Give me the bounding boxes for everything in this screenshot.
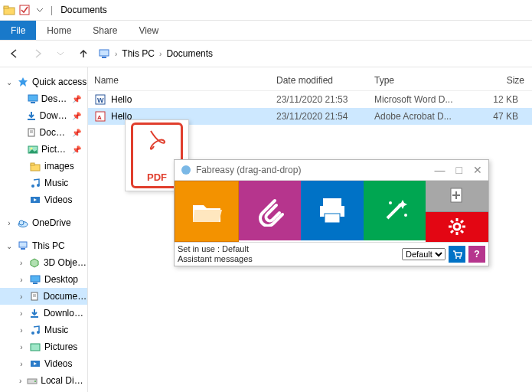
collapse-icon[interactable]: ⌄ (5, 242, 14, 250)
cube-icon (29, 256, 41, 269)
quick-access-dropdown-icon[interactable] (34, 4, 46, 16)
sidebar-qa-images[interactable]: images (0, 158, 87, 175)
sidebar-qa-desktop[interactable]: Desktop📌 (0, 90, 87, 107)
expand-icon[interactable]: › (17, 326, 26, 335)
pc-icon (98, 47, 110, 60)
sidebar-qa-videos[interactable]: Videos (0, 191, 87, 208)
tile-open-folder[interactable] (175, 181, 239, 242)
sidebar-pc-3d[interactable]: ›3D Objects (0, 254, 87, 271)
svg-point-31 (31, 332, 34, 335)
help-button[interactable]: ? (468, 246, 485, 263)
svg-point-21 (19, 220, 24, 225)
svg-line-62 (451, 230, 453, 233)
forward-button[interactable] (29, 45, 46, 62)
up-button[interactable] (75, 45, 92, 62)
sidebar-pc-desktop[interactable]: ›Desktop (0, 271, 87, 288)
recent-dropdown[interactable] (52, 45, 69, 62)
music-icon (29, 177, 41, 189)
col-type[interactable]: Type (368, 75, 472, 86)
desktop-icon (28, 93, 38, 105)
preset-select[interactable]: Default (402, 248, 446, 260)
sidebar-onedrive[interactable]: ›OneDrive (0, 214, 87, 231)
sidebar-pc-videos[interactable]: ›Videos (0, 355, 87, 372)
breadcrumb-root[interactable]: This PC (122, 48, 155, 59)
sidebar-pc-localdisk[interactable]: ›Local Disk (C:) (0, 372, 87, 389)
nav-row: › This PC › Documents (0, 41, 532, 67)
cart-button[interactable] (449, 246, 465, 263)
tab-home[interactable]: Home (36, 21, 82, 40)
folder-icon (3, 4, 15, 16)
tile-add-page[interactable] (426, 181, 488, 212)
drive-icon (27, 374, 38, 387)
fabreasy-app-icon (181, 165, 191, 175)
expand-icon[interactable]: › (5, 219, 14, 227)
sidebar-qa-downloads[interactable]: Downloads📌 (0, 107, 87, 124)
sidebar-quick-access[interactable]: ⌄ Quick access (0, 74, 87, 90)
documents-icon (28, 290, 40, 302)
col-name[interactable]: Name (88, 75, 270, 86)
fabreasy-title: Fabreasy (drag-and-drop) (196, 165, 301, 175)
expand-icon[interactable]: › (17, 309, 26, 318)
expand-icon[interactable]: › (17, 276, 26, 284)
tab-file[interactable]: File (0, 21, 36, 40)
maximize-button[interactable]: □ (456, 164, 462, 176)
status-line-2: Assistant messages (178, 254, 253, 264)
collapse-icon[interactable]: ⌄ (5, 78, 14, 87)
tab-share[interactable]: Share (82, 21, 128, 40)
file-row[interactable]: WHello 23/11/2020 21:53 Microsoft Word D… (88, 91, 532, 108)
svg-rect-15 (31, 163, 34, 165)
breadcrumb-folder[interactable]: Documents (166, 48, 213, 59)
svg-text:A: A (97, 114, 102, 121)
breadcrumb[interactable]: › This PC › Documents (98, 47, 213, 60)
sidebar-qa-documents[interactable]: Documents📌 (0, 124, 87, 141)
back-button[interactable] (6, 45, 23, 62)
svg-marker-24 (31, 259, 38, 267)
minimize-button[interactable]: — (435, 164, 446, 176)
svg-rect-45 (323, 198, 341, 206)
fabreasy-titlebar[interactable]: Fabreasy (drag-and-drop) — □ ✕ (175, 160, 488, 181)
pin-icon: 📌 (72, 145, 81, 154)
adobe-pdf-icon (145, 128, 169, 152)
col-date[interactable]: Date modified (270, 75, 368, 86)
sidebar-pc-documents[interactable]: ›Documents (0, 288, 87, 305)
svg-point-16 (31, 185, 34, 188)
expand-icon[interactable]: › (17, 360, 26, 368)
svg-line-49 (387, 204, 401, 218)
svg-line-61 (461, 230, 463, 233)
sidebar-pc-pictures[interactable]: ›Pictures (0, 338, 87, 355)
close-button[interactable]: ✕ (473, 164, 482, 176)
tile-settings[interactable] (426, 212, 488, 243)
sidebar-pc-music[interactable]: ›Music (0, 322, 87, 338)
pdf-file-icon: A (94, 110, 106, 122)
videos-icon (29, 194, 41, 206)
tile-magic-wand[interactable] (364, 181, 426, 240)
chevron-icon[interactable]: › (159, 50, 162, 58)
sidebar-qa-music[interactable]: Music (0, 175, 87, 191)
svg-text:W: W (97, 96, 104, 104)
svg-point-37 (34, 381, 36, 382)
sidebar-pc-downloads[interactable]: ›Downloads (0, 305, 87, 322)
sidebar-pc-cddrive[interactable]: ›CD Drive (D:) Virtual (0, 389, 87, 392)
chevron-icon[interactable]: › (115, 50, 117, 58)
tab-view[interactable]: View (128, 21, 169, 40)
svg-rect-30 (31, 316, 38, 318)
fabreasy-window[interactable]: Fabreasy (drag-and-drop) — □ ✕ (174, 159, 489, 266)
documents-icon (26, 126, 37, 139)
file-date: 23/11/2020 21:54 (270, 111, 368, 122)
expand-icon[interactable]: › (17, 292, 25, 301)
download-icon (26, 109, 37, 122)
pictures-icon (28, 143, 38, 155)
col-size[interactable]: Size (472, 75, 532, 86)
svg-rect-23 (21, 248, 25, 250)
expand-icon[interactable]: › (17, 377, 24, 385)
tile-print[interactable] (301, 181, 364, 240)
svg-rect-26 (33, 283, 38, 284)
sidebar-this-pc[interactable]: ⌄This PC (0, 237, 87, 254)
expand-icon[interactable]: › (17, 343, 26, 351)
pin-icon: 📌 (72, 95, 81, 103)
quick-access-check-icon[interactable] (18, 4, 31, 16)
svg-point-65 (459, 257, 461, 259)
sidebar-qa-pictures[interactable]: Pictures📌 (0, 141, 87, 158)
tile-attachment[interactable] (239, 181, 302, 240)
expand-icon[interactable]: › (17, 259, 26, 267)
